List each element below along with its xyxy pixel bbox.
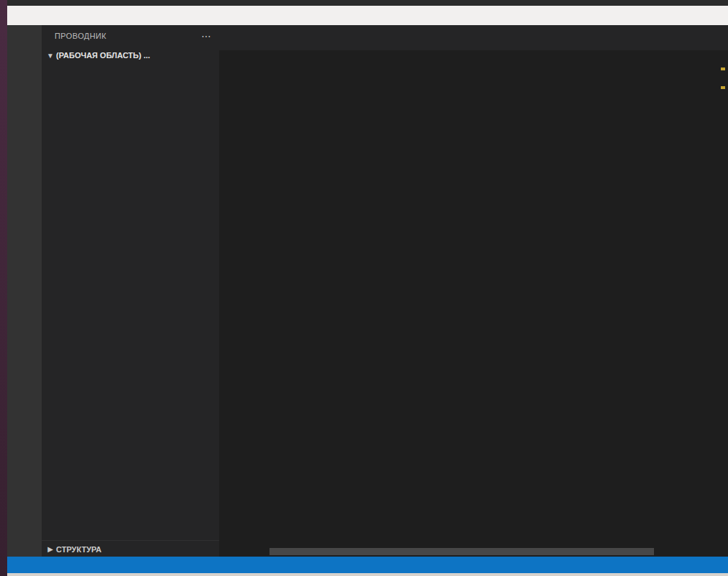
workspace-section-header[interactable]: ▼ (РАБОЧАЯ ОБЛАСТЬ) ...	[42, 47, 219, 64]
menu-bar	[7, 6, 728, 25]
warning-mark	[721, 68, 725, 70]
outline-section-header[interactable]: ▶ СТРУКТУРА	[42, 540, 222, 557]
desktop-edge-left	[0, 0, 7, 576]
minimap[interactable]	[668, 66, 719, 167]
activity-bar	[7, 25, 42, 557]
chevron-right-icon: ▶	[45, 545, 56, 553]
breadcrumb[interactable]	[219, 50, 728, 66]
chevron-down-icon: ▼	[45, 52, 56, 60]
overview-ruler[interactable]	[719, 66, 728, 547]
warning-mark	[721, 86, 725, 89]
workspace-label: (РАБОЧАЯ ОБЛАСТЬ) ...	[56, 51, 150, 60]
window-top-strip	[7, 0, 728, 6]
editor-group	[219, 25, 728, 557]
code-editor[interactable]	[219, 66, 668, 547]
status-bar	[7, 557, 728, 573]
desktop-edge-bottom	[7, 573, 728, 576]
sidebar-more-actions-icon[interactable]: ⋯	[201, 30, 212, 42]
horizontal-scrollbar[interactable]	[269, 548, 654, 555]
sidebar-title: ПРОВОДНИК	[55, 32, 106, 40]
explorer-sidebar: ПРОВОДНИК ⋯ ▼ (РАБОЧАЯ ОБЛАСТЬ) ...	[42, 25, 219, 557]
outline-label: СТРУКТУРА	[56, 545, 101, 554]
tab-bar	[219, 25, 728, 50]
